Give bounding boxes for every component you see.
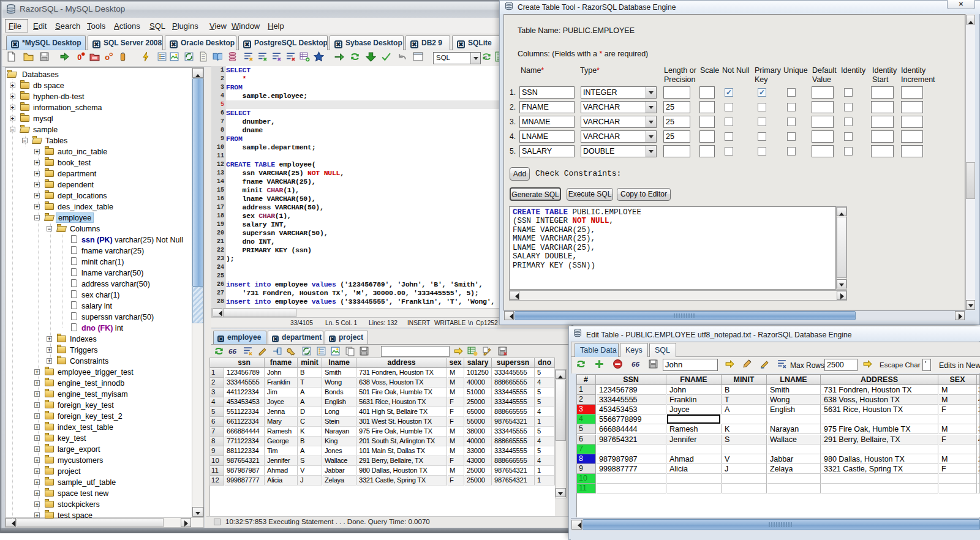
svg-text:66: 66 <box>228 347 236 355</box>
svg-text:0: 0 <box>77 53 81 62</box>
svg-text:S: S <box>484 55 487 61</box>
svg-text:o: o <box>105 53 110 62</box>
svg-text:66: 66 <box>631 360 639 368</box>
